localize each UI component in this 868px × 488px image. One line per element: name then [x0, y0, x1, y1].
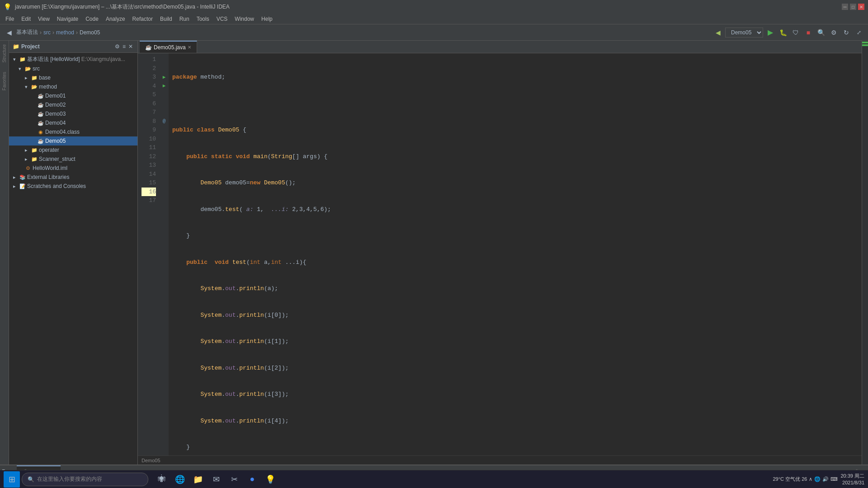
project-close-button[interactable]: ✕ — [127, 42, 134, 51]
menu-vcs[interactable]: VCS — [213, 15, 231, 23]
favorites-tab[interactable]: Favorites — [2, 72, 7, 90]
tree-scanner[interactable]: ▸ 📁 Scanner_struct — [9, 155, 137, 164]
main-layout: Structure Favorites 📁 Project ⚙ ≡ ✕ ▾ 📁 … — [0, 41, 868, 465]
project-settings-button[interactable]: ⚙ — [114, 42, 121, 51]
tree-external-libs[interactable]: ▸ 📚 External Libraries — [9, 173, 137, 182]
menu-window[interactable]: Window — [231, 15, 258, 23]
run-button[interactable]: ▶ — [765, 27, 776, 38]
settings-button[interactable]: ⚙ — [828, 27, 839, 38]
menu-build[interactable]: Build — [156, 15, 176, 23]
menu-tools[interactable]: Tools — [193, 15, 213, 23]
operater-folder-icon: 📁 — [31, 146, 38, 154]
menu-refactor[interactable]: Refactor — [129, 15, 156, 23]
maximize-button[interactable]: □ — [850, 4, 856, 10]
menu-run[interactable]: Run — [176, 15, 193, 23]
tree-scratches[interactable]: ▸ 📝 Scratches and Consoles — [9, 182, 137, 191]
tree-demo04[interactable]: ☕ Demo04 — [9, 118, 137, 127]
tree-base[interactable]: ▸ 📁 base — [9, 73, 137, 82]
line-num-1: 1 — [142, 55, 156, 64]
editor-area: ☕ Demo05.java ✕ 1 2 3 4 5 6 7 8 9 10 11 … — [138, 41, 862, 465]
gutter-4[interactable]: ▶ — [160, 82, 168, 91]
taskbar-app-spider[interactable]: 🕷 — [154, 471, 170, 488]
menu-help[interactable]: Help — [258, 15, 276, 23]
debug-button[interactable]: 🐛 — [778, 27, 788, 38]
structure-tab[interactable]: Structure — [2, 44, 7, 63]
breadcrumb-src[interactable]: src — [43, 29, 51, 36]
taskbar-app-scissors[interactable]: ✂ — [226, 471, 242, 488]
tree-demo03-label: Demo03 — [45, 111, 66, 117]
method-collapse-icon: ▾ — [23, 83, 30, 90]
start-button[interactable]: ⊞ — [4, 471, 20, 488]
tree-method[interactable]: ▾ 📂 method — [9, 82, 137, 91]
menu-view[interactable]: View — [34, 15, 53, 23]
menu-edit[interactable]: Edit — [18, 15, 34, 23]
expand-button[interactable]: ⤢ — [854, 27, 864, 38]
tree-demo02-label: Demo02 — [45, 102, 66, 108]
tree-demo02[interactable]: ☕ Demo02 — [9, 100, 137, 109]
tree-demo04-class[interactable]: ◉ Demo04.class — [9, 127, 137, 136]
menu-code[interactable]: Code — [82, 15, 102, 23]
demo03-spacer — [29, 110, 36, 117]
close-button[interactable]: ✕ — [858, 4, 864, 10]
menu-file[interactable]: File — [2, 15, 18, 23]
code-editor[interactable]: 1 2 3 4 5 6 7 8 9 10 11 12 13 14 15 16 1… — [138, 53, 862, 455]
tray-keyboard-icon[interactable]: ⌨ — [830, 476, 838, 482]
menu-navigate[interactable]: Navigate — [53, 15, 82, 23]
tray-icons: 29°C 空气优 26 ∧ 🌐 🔊 ⌨ — [773, 476, 838, 483]
gutter-icons: ▶ ▶ @ — [160, 53, 169, 455]
demo04class-spacer — [29, 128, 36, 136]
taskbar-app-explorer[interactable]: 📁 — [190, 471, 206, 488]
run-prev-button[interactable]: ◀ — [712, 27, 723, 38]
menu-analyze[interactable]: Analyze — [102, 15, 129, 23]
editor-tab-demo05[interactable]: ☕ Demo05.java ✕ — [140, 41, 197, 53]
tree-demo05[interactable]: ☕ Demo05 — [9, 136, 137, 145]
tree-demo01[interactable]: ☕ Demo01 — [9, 91, 137, 100]
stop-button[interactable]: ■ — [803, 27, 814, 38]
run-with-coverage-button[interactable]: 🛡 — [790, 27, 801, 38]
taskbar-app-edge[interactable]: 🌐 — [172, 471, 188, 488]
gutter-13 — [160, 161, 168, 170]
project-expand-button[interactable]: ≡ — [122, 42, 127, 51]
demo02-spacer — [29, 101, 36, 108]
tree-demo03[interactable]: ☕ Demo03 — [9, 109, 137, 118]
taskbar-app-idea[interactable]: 💡 — [262, 471, 278, 488]
root-folder-icon: 📁 — [19, 56, 26, 63]
tree-scratches-label: Scratches and Consoles — [27, 183, 86, 189]
tray-up-icon[interactable]: ∧ — [809, 476, 812, 482]
tree-root[interactable]: ▾ 📁 基本语法 [HelloWorld] E:\Xiangmu\java... — [9, 55, 137, 64]
taskbar-app-mail[interactable]: ✉ — [208, 471, 224, 488]
tree-demo05-label: Demo05 — [45, 138, 66, 144]
tray-network-icon[interactable]: 🌐 — [814, 476, 821, 482]
code-line-10: System.out.println(i[0]); — [172, 311, 858, 320]
search-everywhere-button[interactable]: 🔍 — [816, 27, 826, 38]
back-button[interactable]: ◀ — [4, 27, 14, 38]
tree-operater-label: operater — [39, 147, 59, 153]
gutter-3[interactable]: ▶ — [160, 73, 168, 82]
tray-volume-icon[interactable]: 🔊 — [822, 476, 829, 482]
breadcrumb-root[interactable]: 基本语法 — [16, 28, 38, 36]
taskbar-app-chrome[interactable]: ● — [244, 471, 260, 488]
code-content[interactable]: package method; public class Demo05 { pu… — [169, 53, 862, 455]
tree-scanner-label: Scanner_struct — [39, 156, 75, 162]
tree-operater[interactable]: ▸ 📁 operater — [9, 145, 137, 155]
run-config-select[interactable]: Demo05 — [725, 28, 763, 38]
code-line-4: public static void main(String[] args) { — [172, 152, 858, 161]
tree-src[interactable]: ▾ 📂 src — [9, 64, 137, 73]
line-num-4: 4 — [142, 82, 156, 91]
tray-clock[interactable]: 20:39 周二 2021/8/31 — [840, 473, 864, 486]
update-button[interactable]: ↻ — [841, 27, 852, 38]
gutter-9 — [160, 126, 168, 135]
tree-helloworld-iml[interactable]: ⚙ HelloWorld.iml — [9, 164, 137, 173]
operater-expand-icon: ▸ — [23, 146, 30, 154]
taskbar-apps: 🕷 🌐 📁 ✉ ✂ ● 💡 — [154, 471, 278, 488]
method-folder-icon: 📂 — [31, 83, 38, 90]
minimize-button[interactable]: ─ — [842, 4, 848, 10]
taskbar-search-text: 在这里输入你要搜索的内容 — [37, 475, 102, 483]
demo04class-icon: ◉ — [37, 128, 44, 136]
breadcrumb-demo05[interactable]: Demo05 — [80, 29, 100, 36]
taskbar-search[interactable]: 🔍 在这里输入你要搜索的内容 — [22, 473, 148, 486]
tab-close-button[interactable]: ✕ — [188, 45, 191, 50]
src-collapse-icon: ▾ — [16, 65, 24, 72]
breadcrumb-method[interactable]: method — [56, 29, 74, 36]
taskbar: ⊞ 🔍 在这里输入你要搜索的内容 🕷 🌐 📁 ✉ ✂ ● 💡 29°C 空气优 … — [0, 470, 868, 488]
